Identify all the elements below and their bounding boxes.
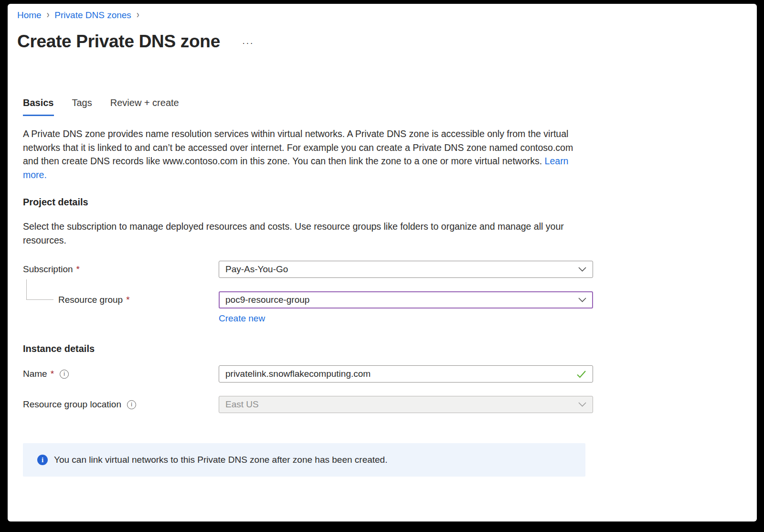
name-label: Name * i xyxy=(23,365,219,383)
breadcrumb: Home › Private DNS zones › xyxy=(17,10,139,21)
valid-check-icon xyxy=(576,370,586,378)
location-row: Resource group location i East US xyxy=(23,396,593,413)
title-row: Create Private DNS zone ··· xyxy=(17,32,254,52)
intro-paragraph: A Private DNS zone provides name resolut… xyxy=(23,127,588,181)
subscription-label: Subscription * xyxy=(23,261,219,278)
breadcrumb-private-dns-zones-link[interactable]: Private DNS zones xyxy=(54,10,131,21)
info-icon[interactable]: i xyxy=(127,400,136,409)
required-asterisk: * xyxy=(76,261,80,278)
subscription-row: Subscription * Pay-As-You-Go xyxy=(23,261,593,278)
project-details-description: Select the subscription to manage deploy… xyxy=(23,220,588,247)
name-row: Name * i xyxy=(23,365,593,383)
resource-group-label: Resource group * xyxy=(23,291,219,309)
tab-bar: Basics Tags Review + create xyxy=(23,97,197,116)
tab-tags[interactable]: Tags xyxy=(72,97,92,116)
name-label-text: Name xyxy=(23,365,47,383)
resource-group-location-select: East US xyxy=(219,396,593,413)
resource-group-select[interactable]: poc9-resource-group xyxy=(219,291,593,309)
intro-text: A Private DNS zone provides name resolut… xyxy=(23,128,573,166)
location-label: Resource group location i xyxy=(23,396,219,413)
project-details-heading: Project details xyxy=(23,197,88,208)
name-field[interactable] xyxy=(219,365,593,383)
create-new-resource-group-link[interactable]: Create new xyxy=(219,313,265,324)
breadcrumb-home-link[interactable]: Home xyxy=(17,10,42,21)
subscription-label-text: Subscription xyxy=(23,261,73,278)
resource-group-label-text: Resource group xyxy=(58,291,123,309)
breadcrumb-chevron-icon: › xyxy=(47,10,50,21)
tab-review-create[interactable]: Review + create xyxy=(110,97,179,116)
page-panel: Home › Private DNS zones › Create Privat… xyxy=(8,4,757,521)
chevron-down-icon xyxy=(578,298,586,302)
name-input[interactable] xyxy=(225,366,572,382)
required-asterisk: * xyxy=(51,365,54,383)
resource-group-value: poc9-resource-group xyxy=(225,295,573,305)
subscription-select[interactable]: Pay-As-You-Go xyxy=(219,261,593,278)
page-title: Create Private DNS zone xyxy=(17,32,220,52)
info-icon[interactable]: i xyxy=(60,370,69,379)
required-asterisk: * xyxy=(126,291,129,309)
location-label-text: Resource group location xyxy=(23,396,121,413)
tab-basics[interactable]: Basics xyxy=(23,97,54,116)
more-options-button[interactable]: ··· xyxy=(242,38,254,48)
info-banner: i You can link virtual networks to this … xyxy=(23,443,585,477)
subscription-value: Pay-As-You-Go xyxy=(225,264,573,275)
instance-details-heading: Instance details xyxy=(23,343,95,354)
resource-group-row: Resource group * poc9-resource-group xyxy=(23,291,593,309)
chevron-down-icon xyxy=(578,267,586,272)
info-banner-text: You can link virtual networks to this Pr… xyxy=(54,455,387,465)
location-value: East US xyxy=(225,399,573,410)
info-icon: i xyxy=(37,455,48,465)
breadcrumb-chevron-icon: › xyxy=(137,10,139,21)
chevron-down-icon xyxy=(578,402,586,407)
